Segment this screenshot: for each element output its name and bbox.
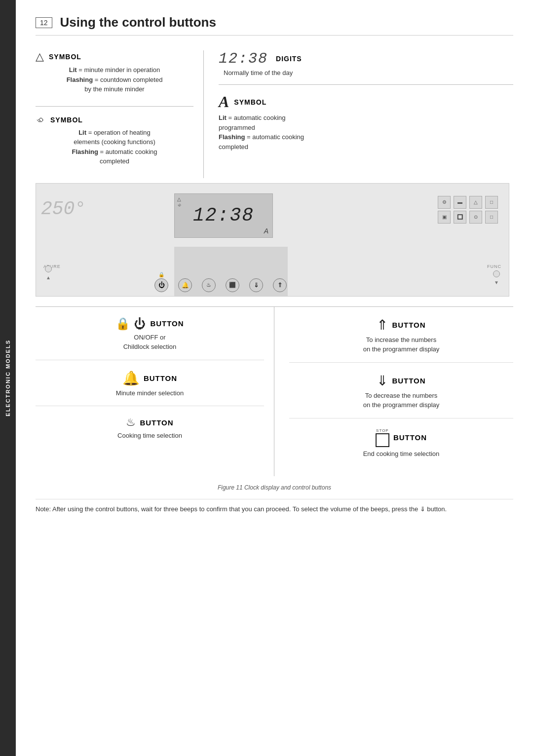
oven-right-label: FUNC bbox=[487, 264, 501, 269]
btn-label-cook: BUTTON bbox=[140, 418, 173, 427]
btn-block-stop: STOP BUTTON End cooking time selection bbox=[289, 428, 513, 467]
symbol-desc-1: Lit = minute minder in operation Flashin… bbox=[36, 65, 193, 94]
right-dot-circle bbox=[493, 270, 500, 277]
flashing-label-1: Flashing bbox=[67, 76, 93, 83]
btn-desc-bell: Minute minder selection bbox=[116, 388, 184, 398]
symbol-block-a: A SYMBOL Lit = automatic cooking program… bbox=[219, 93, 513, 151]
func-icon-5: ▣ bbox=[438, 211, 451, 224]
page-number: 12 bbox=[36, 17, 52, 28]
symbol-block-heating: ꩜ SYMBOL Lit = operation of heating elem… bbox=[36, 114, 193, 166]
lit-label-1: Lit bbox=[69, 66, 77, 74]
oven-ctrl-power: 🔒 ⏻ bbox=[154, 272, 168, 292]
main-content: 12 Using the control buttons △ SYMBOL Li… bbox=[16, 0, 533, 529]
clock-box: △ ꩜ 12:38 A bbox=[174, 193, 273, 238]
digits-label: DIGITS bbox=[276, 55, 302, 63]
btn-block-bell: 🔔 BUTTON Minute minder selection bbox=[36, 370, 264, 407]
btn-icon-row-bell: 🔔 BUTTON bbox=[122, 370, 177, 386]
bell-circle-btn[interactable]: 🔔 bbox=[178, 278, 192, 292]
oven-ctrl-up: ⇑ bbox=[273, 278, 287, 292]
symbol-label-2: SYMBOL bbox=[50, 116, 83, 124]
btn-icon-row-cook: ♨ BUTTON bbox=[126, 416, 173, 429]
up-arrow-icon: ⇑ bbox=[377, 317, 388, 333]
oven-ctrl-cook: ♨ bbox=[202, 278, 216, 292]
btn-block-down: ⇓ BUTTON To decrease the numberson the p… bbox=[289, 373, 513, 418]
down-circle-btn[interactable]: ⇓ bbox=[249, 278, 263, 292]
lock-icon-small: 🔒 bbox=[158, 272, 164, 277]
oven-controls-center: 🔒 ⏻ 🔔 ♨ ⬛ ⇓ bbox=[154, 272, 287, 292]
symbol-label-a: SYMBOL bbox=[234, 98, 266, 106]
oven-ctrl-bell: 🔔 bbox=[178, 278, 192, 292]
func-icon-3: △ bbox=[469, 196, 482, 209]
cook-circle-btn[interactable]: ♨ bbox=[202, 278, 216, 292]
btn-desc-stop: End cooking time selection bbox=[363, 449, 440, 459]
oven-display-wrapper: 250° ATURE ▲ △ ꩜ 12:38 A bbox=[36, 183, 513, 297]
triangle-symbol-icon: △ bbox=[36, 50, 44, 63]
lock-icon: 🔒 bbox=[115, 317, 130, 331]
bell-icon: 🔔 bbox=[122, 370, 140, 386]
btn-block-cook: ♨ BUTTON Cooking time selection bbox=[36, 416, 264, 449]
heating-symbol-icon: ꩜ bbox=[36, 114, 45, 126]
btn-icon-row-stop: STOP BUTTON bbox=[376, 428, 427, 447]
left-dot-circle bbox=[45, 265, 52, 272]
symbol-block-triangle: △ SYMBOL Lit = minute minder in operatio… bbox=[36, 50, 193, 94]
btn-label-up: BUTTON bbox=[392, 321, 425, 329]
btn-desc-down: To decrease the numberson the programmer… bbox=[363, 391, 440, 410]
clock-triangle-sym: △ bbox=[177, 196, 182, 202]
clock-a-sym: A bbox=[264, 227, 268, 235]
stop-square-icon bbox=[376, 433, 389, 447]
sidebar-label: Electronic Models bbox=[5, 340, 11, 416]
clock-heat-sym: ꩜ bbox=[177, 202, 182, 208]
description-area: △ SYMBOL Lit = minute minder in operatio… bbox=[36, 50, 513, 178]
sidebar: Electronic Models bbox=[0, 0, 16, 756]
btn-block-up: ⇑ BUTTON To increase the numberson the p… bbox=[289, 317, 513, 363]
symbol-desc-2: Lit = operation of heating elements (coo… bbox=[36, 128, 193, 166]
divider-1 bbox=[36, 106, 193, 107]
btn-label-down: BUTTON bbox=[392, 377, 425, 385]
oven-temp-display: 250° bbox=[41, 198, 86, 220]
stop-text-small: STOP bbox=[376, 428, 389, 433]
func-icons-grid: ⚙ ▬ △ □ ▣ 🔲 ⊙ □ bbox=[438, 196, 499, 224]
figure-caption: Figure 11 Clock display and control butt… bbox=[36, 484, 513, 491]
oven-ctrl-stop: ⬛ bbox=[226, 278, 239, 292]
right-dot-triangle: ▼ bbox=[493, 279, 500, 286]
power-icon: ⏻ bbox=[134, 317, 146, 331]
digits-display: 12:38 bbox=[219, 50, 268, 67]
btn-desc-power: ON/OFF orChildlock selection bbox=[123, 333, 177, 352]
button-desc-left: 🔒 ⏻ BUTTON ON/OFF orChildlock selection … bbox=[36, 307, 274, 477]
clock-display: 12:38 bbox=[193, 205, 254, 226]
lit-label-a: Lit bbox=[219, 114, 227, 121]
oven-ctrl-down: ⇓ bbox=[249, 278, 263, 292]
left-dot-triangle: ▲ bbox=[45, 274, 52, 281]
btn-label-bell: BUTTON bbox=[144, 374, 177, 382]
stop-circle-btn[interactable]: ⬛ bbox=[226, 278, 239, 292]
func-icon-6: 🔲 bbox=[454, 211, 466, 224]
digits-title-row: 12:38 DIGITS bbox=[219, 50, 513, 67]
btn-icon-row-down: ⇓ BUTTON bbox=[377, 373, 425, 389]
note-text: Note: After using the control buttons, w… bbox=[36, 505, 447, 513]
a-symbol-icon: A bbox=[219, 93, 229, 111]
power-circle-btn[interactable]: ⏻ bbox=[154, 278, 168, 292]
btn-label-power: BUTTON bbox=[150, 319, 184, 328]
btn-icon-row-up: ⇑ BUTTON bbox=[377, 317, 425, 333]
note-section: Note: After using the control buttons, w… bbox=[36, 499, 513, 515]
btn-desc-up: To increase the numberson the programmer… bbox=[363, 335, 440, 354]
button-desc-right: ⇑ BUTTON To increase the numberson the p… bbox=[274, 307, 513, 477]
symbol-desc-a: Lit = automatic cooking programmed Flash… bbox=[219, 113, 513, 151]
func-icon-2: ▬ bbox=[454, 196, 466, 209]
btn-block-power: 🔒 ⏻ BUTTON ON/OFF orChildlock selection bbox=[36, 317, 264, 360]
symbol-title-row-a: A SYMBOL bbox=[219, 93, 513, 111]
digits-desc: Normally time of the day bbox=[224, 69, 513, 76]
divider-2 bbox=[219, 84, 513, 85]
btn-desc-cook: Cooking time selection bbox=[117, 431, 182, 441]
func-icon-8: □ bbox=[485, 211, 498, 224]
symbol-title-row-2: ꩜ SYMBOL bbox=[36, 114, 193, 126]
oven-display: 250° ATURE ▲ △ ꩜ 12:38 A bbox=[36, 183, 509, 297]
stop-icon-group: STOP bbox=[376, 428, 389, 447]
symbol-label-1: SYMBOL bbox=[49, 53, 81, 61]
down-arrow-icon: ⇓ bbox=[377, 373, 388, 389]
page-title: Using the control buttons bbox=[60, 15, 216, 30]
btn-label-stop: BUTTON bbox=[393, 433, 427, 442]
symbol-title-row-1: △ SYMBOL bbox=[36, 50, 193, 63]
up-circle-btn[interactable]: ⇑ bbox=[273, 278, 287, 292]
lit-label-2: Lit bbox=[78, 129, 86, 136]
